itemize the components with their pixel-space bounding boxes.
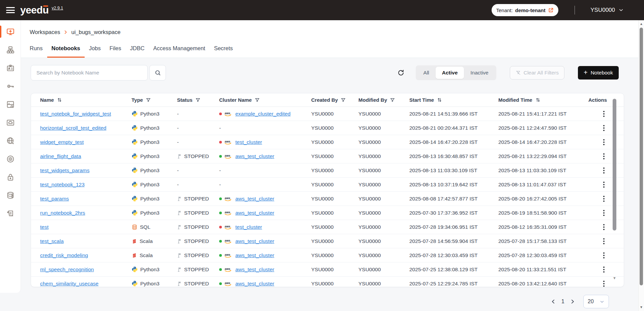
column-header-modified-by[interactable]: Modified By [358, 97, 409, 103]
sidebar-item-database[interactable] [0, 189, 21, 202]
cluster-link[interactable]: aws_test_cluster [235, 252, 274, 258]
row-actions-menu-button[interactable] [601, 137, 607, 147]
add-notebook-button[interactable]: + Notebook [578, 66, 619, 80]
menu-icon[interactable] [6, 7, 15, 13]
notebook-name-link[interactable]: widget_empty_test [40, 139, 84, 145]
filter-icon[interactable] [341, 97, 346, 103]
cluster-link[interactable]: aws_test_cluster [235, 267, 274, 273]
filter-icon[interactable] [195, 97, 201, 103]
search-input[interactable] [31, 65, 148, 81]
user-menu[interactable]: YSU0000 [590, 7, 624, 13]
row-actions-menu-button[interactable] [601, 236, 607, 246]
database-icon [6, 191, 15, 200]
page-scrollbar[interactable]: ▲ ▼ [638, 20, 644, 311]
row-actions-menu-button[interactable] [601, 194, 607, 204]
cluster-link[interactable]: aws_test_cluster [235, 210, 274, 216]
row-actions-menu-button[interactable] [601, 123, 607, 133]
tab-notebooks[interactable]: Notebooks [47, 45, 85, 58]
filter-icon[interactable] [390, 97, 395, 103]
notebook-name-link[interactable]: credit_risk_modeling [40, 252, 88, 258]
search-button[interactable] [149, 65, 166, 81]
sidebar-item-disc[interactable] [0, 152, 21, 166]
table-scrollbar-thumb[interactable] [613, 99, 616, 230]
column-header-status[interactable]: Status [177, 97, 219, 103]
column-header-cluster-name[interactable]: Cluster Name [219, 97, 311, 103]
filter-icon[interactable] [255, 97, 260, 103]
scroll-up-icon[interactable]: ▲ [639, 22, 644, 26]
sidebar-item-receipt[interactable] [0, 207, 21, 220]
page-scrollbar-thumb[interactable] [640, 28, 643, 285]
notebook-name-link[interactable]: run_notebook_2hrs [40, 210, 85, 216]
column-header-created-by[interactable]: Created By [311, 97, 358, 103]
column-header-name[interactable]: Name [40, 97, 131, 103]
notebook-name-link[interactable]: horizontal_scroll_test_edited [40, 125, 106, 131]
row-actions-menu-button[interactable] [601, 165, 607, 176]
filter-inactive[interactable]: Inactive [464, 67, 495, 79]
cluster-link[interactable]: aws_test_cluster [235, 196, 274, 202]
tab-jobs[interactable]: Jobs [85, 45, 105, 58]
page-size-select[interactable]: 20 [583, 295, 609, 308]
row-actions-menu-button[interactable] [601, 109, 607, 119]
row-actions-menu-button[interactable] [601, 222, 607, 232]
notebook-name-link[interactable]: ml_speech_recognition [40, 267, 94, 273]
refresh-button[interactable] [397, 69, 405, 77]
created-by-cell: YSU0000 [311, 238, 358, 244]
cluster-link[interactable]: aws_test_cluster [235, 281, 274, 287]
current-page[interactable]: 1 [561, 299, 564, 305]
row-actions-menu-button[interactable] [601, 180, 607, 190]
row-actions-menu-button[interactable] [601, 265, 607, 275]
cluster-link[interactable]: example_cluster_edited [235, 111, 291, 117]
row-actions-menu-button[interactable] [601, 151, 607, 161]
cluster-link[interactable]: test_cluster [235, 224, 262, 230]
row-actions-menu-button[interactable] [601, 250, 607, 260]
sidebar-item-key[interactable] [0, 80, 21, 93]
sidebar-item-globe-arrow[interactable] [0, 134, 21, 148]
sidebar-item-id-badge[interactable] [0, 61, 21, 75]
prev-page-button[interactable] [550, 298, 557, 306]
type-cell: SQL [131, 224, 177, 230]
sidebar-item-workspace-monitor-plus[interactable] [0, 25, 21, 38]
table-scrollbar[interactable]: ▼ [613, 99, 616, 272]
tab-secrets[interactable]: Secrets [210, 45, 237, 58]
notebook-name-link[interactable]: chem_similarity_usecase [40, 281, 98, 287]
tab-jdbc[interactable]: JDBC [126, 45, 149, 58]
notebook-name-link[interactable]: test_widgets_params [40, 167, 89, 174]
filter-active[interactable]: Active [436, 67, 464, 79]
cluster-link[interactable]: aws_test_cluster [235, 153, 274, 159]
column-header-type[interactable]: Type [131, 97, 177, 103]
sort-icon[interactable] [535, 97, 541, 103]
next-page-button[interactable] [569, 298, 576, 306]
cluster-link[interactable]: aws_test_cluster [235, 238, 274, 244]
sort-icon[interactable] [437, 97, 442, 103]
clear-all-filters-button[interactable]: Clear All Filters [510, 66, 564, 80]
filter-icon[interactable] [146, 97, 151, 103]
scroll-down-icon[interactable]: ▼ [613, 276, 616, 280]
notebook-name-link[interactable]: airline_flight_data [40, 153, 81, 159]
tab-access-management[interactable]: Access Management [149, 45, 210, 58]
notebook-name-link[interactable]: test_notebook_123 [40, 182, 85, 188]
sidebar-item-lock[interactable] [0, 170, 21, 184]
sort-icon[interactable] [57, 97, 62, 103]
tab-runs[interactable]: Runs [25, 45, 47, 58]
notebook-name-link[interactable]: test [40, 224, 49, 230]
column-header-start-time[interactable]: Start Time [409, 97, 498, 103]
row-actions-menu-button[interactable] [601, 279, 607, 287]
notebook-name-link[interactable]: test_notebok_for_widgest_test [40, 111, 111, 117]
row-actions-menu-button[interactable] [601, 208, 607, 218]
filter-all[interactable]: All [417, 67, 436, 79]
tenant-pill[interactable]: Tenant: demo-tenant [492, 4, 558, 16]
notebook-name-link[interactable]: test_scala [40, 238, 64, 244]
cluster-link[interactable]: test_cluster [235, 139, 262, 145]
sidebar-item-cluster-hierarchy[interactable] [0, 43, 21, 57]
tab-files[interactable]: Files [105, 45, 126, 58]
breadcrumb-workspaces[interactable]: Workspaces [30, 29, 60, 35]
status-cell: - [177, 182, 219, 188]
scroll-down-icon[interactable]: ▼ [639, 306, 644, 309]
sidebar-item-cloud-image[interactable] [0, 116, 21, 129]
notebook-name-link[interactable]: test_params [40, 196, 69, 202]
version-link[interactable]: v2.9.1 [52, 6, 63, 10]
modified-by-cell: YSU0000 [358, 267, 409, 273]
column-header-modified-time[interactable]: Modified Time [498, 97, 588, 103]
sidebar-item-shelf[interactable] [0, 98, 21, 111]
add-notebook-label: Notebook [591, 70, 613, 76]
